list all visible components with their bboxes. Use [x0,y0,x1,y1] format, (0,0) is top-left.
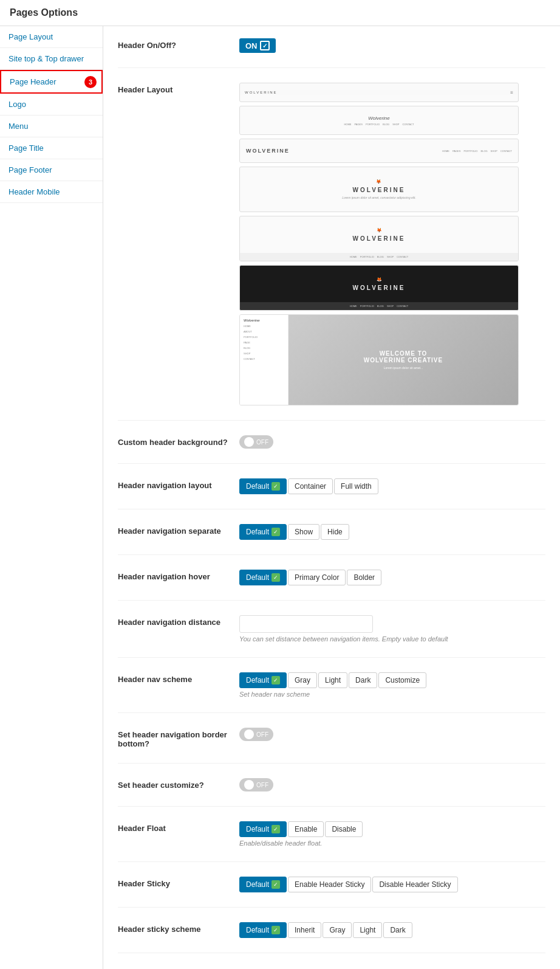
header-nav-border-content: OFF [239,728,545,741]
header-sticky-scheme-default[interactable]: Default ✓ [239,922,287,938]
header-customize-row: Set header customize? OFF [118,778,545,807]
header-nav-layout-content: Default ✓ Container Full width [239,478,545,494]
header-sticky-enable[interactable]: Enable Header Sticky [288,877,371,892]
header-sticky-scheme-group: Default ✓ Inherit Gray Light [239,922,412,938]
sidebar-item-site-top-drawer[interactable]: Site top & Top drawer [0,48,103,70]
header-nav-separate-hide[interactable]: Hide [321,524,349,540]
header-nav-scheme-helper: Set header nav scheme [239,691,545,698]
header-sticky-scheme-dark[interactable]: Dark [383,922,412,938]
header-nav-separate-group: Default ✓ Show Hide [239,524,349,540]
layout-thumb-2[interactable]: Wolverine HOME PAGES PORTFOLIO BLOG SHOP… [239,106,519,135]
sidebar-item-logo[interactable]: Logo [0,94,103,116]
header-sticky-disable[interactable]: Disable Header Sticky [372,877,457,892]
check-icon: ✓ [271,676,280,685]
header-sticky-scheme-label: Header sticky scheme [118,922,239,934]
header-nav-scheme-group: Default ✓ Gray Light Dark [239,672,426,688]
sidebar-item-page-header[interactable]: Page Header 3 [0,70,103,94]
header-nav-layout-container[interactable]: Container [288,478,333,494]
header-nav-layout-group: Default ✓ Container Full width [239,478,378,494]
layout-thumb-1[interactable]: WOLVERINE ≡ [239,83,519,102]
header-nav-distance-content: You can set distance between navigation … [239,615,545,643]
header-nav-layout-row: Header navigation layout Default ✓ Conta… [118,478,545,509]
custom-header-bg-toggle[interactable]: OFF [239,435,273,449]
header-sticky-scheme-gray[interactable]: Gray [323,922,352,938]
header-nav-scheme-light[interactable]: Light [318,672,347,688]
layout-thumb-6[interactable]: 🦊 WOLVERINE HOME PORTFOLIO BLOG SHOP CON… [239,265,519,311]
header-float-default[interactable]: Default ✓ [239,821,287,837]
header-float-disable[interactable]: Disable [325,821,363,837]
sidebar-item-page-layout[interactable]: Page Layout [0,26,103,48]
check-icon: ✓ [271,528,280,536]
page-wrapper: Pages Options Page Layout Site top & Top… [0,0,560,969]
header-float-row: Header Float Default ✓ Enable Disable [118,821,545,862]
header-nav-scheme-content: Default ✓ Gray Light Dark [239,672,545,698]
header-sticky-scheme-light[interactable]: Light [353,922,382,938]
main-panel: Header On/Off? ON ✓ Header Layout [103,26,560,969]
header-on-off-toggle[interactable]: ON ✓ [239,38,276,53]
layout-thumb-4[interactable]: 🦊 WOLVERINE Lorem ipsum dolor sit amet, … [239,167,519,212]
sidebar: Page Layout Site top & Top drawer Page H… [0,26,103,969]
header-on-off-content: ON ✓ [239,38,545,53]
header-nav-hover-group: Default ✓ Primary Color Bolder [239,570,381,585]
header-nav-separate-label: Header navigation separate [118,524,239,536]
header-nav-distance-row: Header navigation distance You can set d… [118,615,545,658]
layout-thumb-7[interactable]: Wolverine HOME ABOUT PORTFOLIO PAGE BLOG… [239,314,519,405]
toggle-circle [244,780,254,790]
header-sticky-label: Header Sticky [118,877,239,888]
sidebar-item-page-title[interactable]: Page Title [0,137,103,159]
header-nav-scheme-label: Header nav scheme [118,672,239,684]
header-nav-distance-label: Header navigation distance [118,615,239,627]
header-nav-hover-default[interactable]: Default ✓ [239,570,287,585]
header-float-content: Default ✓ Enable Disable Enable/disable … [239,821,545,847]
check-icon: ✓ [271,926,280,934]
header-nav-scheme-customize[interactable]: Customize [378,672,426,688]
header-sticky-scheme-row: Header sticky scheme Default ✓ Inherit G… [118,922,545,953]
header-nav-separate-content: Default ✓ Show Hide [239,524,545,540]
layout-options: WOLVERINE ≡ Wolverine HOME PAGES [239,83,519,405]
header-nav-hover-content: Default ✓ Primary Color Bolder [239,570,545,585]
header-nav-separate-show[interactable]: Show [288,524,319,540]
custom-header-bg-row: Custom header background? OFF [118,435,545,464]
header-on-off-row: Header On/Off? ON ✓ [118,38,545,68]
header-sticky-row: Header Sticky Default ✓ Enable Header St… [118,877,545,908]
header-float-group: Default ✓ Enable Disable [239,821,363,837]
header-nav-distance-input[interactable] [239,615,373,633]
custom-header-bg-label: Custom header background? [118,435,239,447]
sidebar-item-header-mobile[interactable]: Header Mobile [0,181,103,203]
header-nav-border-row: Set header navigation border bottom? OFF [118,728,545,764]
check-icon: ✓ [260,41,270,50]
header-sticky-scheme-content: Default ✓ Inherit Gray Light [239,922,545,938]
header-nav-distance-helper: You can set distance between navigation … [239,635,545,643]
check-icon: ✓ [271,880,280,889]
header-nav-hover-row: Header navigation hover Default ✓ Primar… [118,570,545,601]
header-float-helper: Enable/disable header float. [239,840,545,847]
header-customize-toggle[interactable]: OFF [239,778,273,791]
header-nav-scheme-dark[interactable]: Dark [349,672,377,688]
header-nav-scheme-gray[interactable]: Gray [288,672,317,688]
header-nav-border-toggle[interactable]: OFF [239,728,273,741]
header-on-off-label: Header On/Off? [118,38,239,50]
header-nav-hover-bolder[interactable]: Bolder [347,570,381,585]
header-nav-layout-default[interactable]: Default ✓ [239,478,287,494]
toggle-circle [244,437,254,447]
check-icon: ✓ [271,825,280,833]
header-layout-content: WOLVERINE ≡ Wolverine HOME PAGES [239,83,545,405]
header-sticky-default[interactable]: Default ✓ [239,877,287,892]
header-nav-separate-default[interactable]: Default ✓ [239,524,287,540]
header-sticky-group: Default ✓ Enable Header Sticky Disable H… [239,877,458,892]
header-nav-hover-primary[interactable]: Primary Color [288,570,346,585]
header-nav-scheme-default[interactable]: Default ✓ [239,672,287,688]
sidebar-item-page-footer[interactable]: Page Footer [0,159,103,181]
content-area: Page Layout Site top & Top drawer Page H… [0,26,560,969]
header-nav-separate-row: Header navigation separate Default ✓ Sho… [118,524,545,555]
header-float-enable[interactable]: Enable [288,821,324,837]
layout-thumb-3[interactable]: WOLVERINE HOME PAGES PORTFOLIO BLOG SHOP… [239,139,519,163]
header-nav-layout-label: Header navigation layout [118,478,239,490]
sidebar-item-menu[interactable]: Menu [0,116,103,137]
layout-thumb-5[interactable]: 🦊 WOLVERINE HOME PORTFOLIO BLOG SHOP CON… [239,216,519,261]
header-sticky-scheme-inherit[interactable]: Inherit [288,922,321,938]
header-nav-layout-fullwidth[interactable]: Full width [334,478,378,494]
header-layout-row: Header Layout WOLVERINE ≡ [118,83,545,421]
custom-header-bg-content: OFF [239,435,545,449]
header-float-label: Header Float [118,821,239,833]
